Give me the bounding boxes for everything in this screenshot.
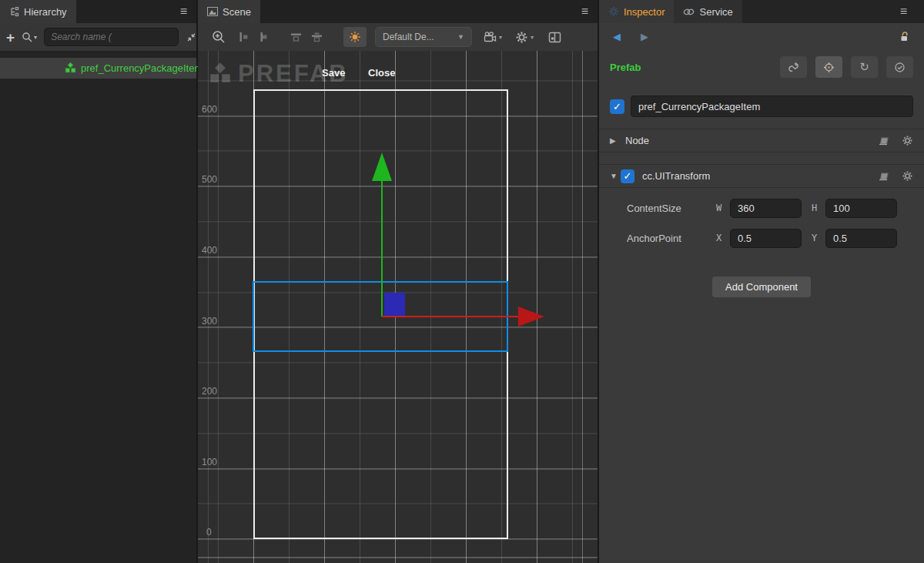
node-section-header[interactable]: ▶ Node [599,129,924,152]
help-doc-icon[interactable] [878,136,889,146]
apply-prefab-button[interactable] [886,56,913,78]
hierarchy-tree-icon [9,7,19,17]
node-settings-gear-icon[interactable] [902,135,913,146]
collapse-all-icon[interactable] [186,32,197,43]
save-button[interactable]: Save [322,67,345,79]
collapse-arrow-icon[interactable]: ▼ [610,172,621,180]
hierarchy-item-label: pref_CurrencyPackageItem [81,62,203,74]
node-section-title: Node [625,135,865,146]
content-size-row: ContentSize W H [599,198,924,218]
align-h-center-icon[interactable] [257,31,270,43]
inspector-tab-label: Inspector [624,6,665,18]
locate-prefab-button[interactable] [815,56,842,78]
add-component-button[interactable]: Add Component [712,276,811,297]
ruler-label-600: 600 [202,104,217,115]
device-resolution-dropdown[interactable]: Default De... ▼ [375,27,472,47]
hierarchy-menu-icon[interactable]: ≡ [180,0,187,23]
ruler-label-100: 100 [202,457,217,467]
prefab-cube-icon [65,62,76,74]
gear-dropdown-icon[interactable]: ▾ [515,31,534,44]
node-active-checkbox[interactable]: ✓ [610,99,624,114]
chevron-down-icon: ▼ [457,33,464,41]
content-size-h-input[interactable] [825,199,897,218]
node-name-row: ✓ [599,96,924,117]
content-size-label: ContentSize [627,203,716,214]
hierarchy-tabbar: Hierarchy ≡ [0,0,196,23]
layout-grid-icon[interactable] [548,32,561,43]
scene-viewport[interactable]: 600 500 400 300 200 100 0 PREFAB Save [198,51,598,563]
prefab-header-row: Prefab ↻ [599,52,924,82]
ruler-label-200: 200 [202,386,217,397]
close-button[interactable]: Close [368,67,395,79]
height-key-label: H [812,203,825,213]
inspector-panel: Inspector Service ≡ ◀ ▶ [598,0,924,563]
prefab-watermark-cube-icon [209,62,232,85]
anchor-handle[interactable] [384,293,405,316]
inspector-menu-icon[interactable]: ≡ [900,0,907,23]
service-tab-label: Service [699,6,732,18]
uitransform-settings-gear-icon[interactable] [902,170,913,182]
anchor-point-row: AnchorPoint X Y [599,228,924,248]
add-node-button[interactable]: + [6,30,15,45]
align-v-center-icon[interactable] [310,31,323,43]
align-left-icon[interactable] [237,31,249,43]
content-size-w-input[interactable] [730,199,802,218]
ruler-label-0: 0 [206,527,212,538]
reset-prefab-button[interactable]: ↻ [851,56,878,78]
ruler-label-400: 400 [202,245,217,256]
scene-toolbar: Default De... ▼ ▾ ▾ [198,23,598,51]
scene-tabbar: Scene ≡ [198,0,598,23]
gizmo-light-button[interactable] [343,27,367,47]
anchor-point-x-input[interactable] [730,229,802,248]
prefab-header-label: Prefab [610,62,772,73]
tab-service[interactable]: Service [674,0,742,23]
search-input[interactable] [44,28,179,46]
hierarchy-toolbar: + ▾ ↻ [0,23,196,51]
anchor-point-label: AnchorPoint [627,233,716,244]
y-axis-arrowhead-icon[interactable] [372,152,392,181]
scene-panel: Scene ≡ Default [198,0,598,563]
inspector-nav-row: ◀ ▶ [599,23,924,49]
expand-arrow-icon[interactable]: ▶ [610,136,621,145]
zoom-in-icon[interactable] [212,30,226,44]
inspector-body: ◀ ▶ Prefab [599,23,924,563]
node-name-input[interactable] [631,96,913,117]
width-key-label: W [716,203,730,213]
y-key-label: Y [812,233,825,243]
x-key-label: X [716,233,730,243]
device-resolution-value: Default De... [383,32,453,42]
scene-menu-icon[interactable]: ≡ [581,0,588,23]
tab-inspector[interactable]: Inspector [599,0,674,23]
scene-image-icon [207,7,218,16]
x-axis-arrowhead-icon[interactable] [518,307,544,327]
anchor-point-y-input[interactable] [825,229,897,248]
hierarchy-panel: Hierarchy ≡ + ▾ ↻ [0,0,198,563]
help-doc-icon[interactable] [878,171,889,181]
service-link-icon [683,8,695,15]
hierarchy-item-prefab-root[interactable]: pref_CurrencyPackageItem [0,58,196,79]
hierarchy-list: pref_CurrencyPackageItem [0,51,196,563]
inspector-tabbar: Inspector Service ≡ [599,0,924,23]
nav-back-button[interactable]: ◀ [613,31,621,42]
uitransform-section-title: cc.UITransform [642,170,865,182]
tab-hierarchy[interactable]: Hierarchy [0,0,76,23]
camera-icon[interactable]: ▾ [484,32,502,42]
x-axis-gizmo[interactable] [382,316,519,317]
hierarchy-tab-label: Hierarchy [24,6,67,18]
cocos-creator-editor: Hierarchy ≡ + ▾ ↻ [0,0,924,563]
unlink-prefab-button[interactable] [780,56,807,78]
uitransform-section-header[interactable]: ▼ ✓ cc.UITransform [599,164,924,188]
uitransform-enabled-checkbox[interactable]: ✓ [621,169,634,183]
y-axis-gizmo[interactable] [381,180,383,317]
align-top-icon[interactable] [290,31,303,43]
ruler-label-500: 500 [202,174,217,185]
tab-scene[interactable]: Scene [198,0,260,23]
unlock-icon[interactable] [899,31,910,42]
scene-tab-label: Scene [223,6,251,18]
nav-forward-button[interactable]: ▶ [641,31,648,42]
search-filter-icon[interactable]: ▾ [22,32,37,43]
inspector-gear-icon [608,6,619,17]
ruler-label-300: 300 [202,316,217,327]
